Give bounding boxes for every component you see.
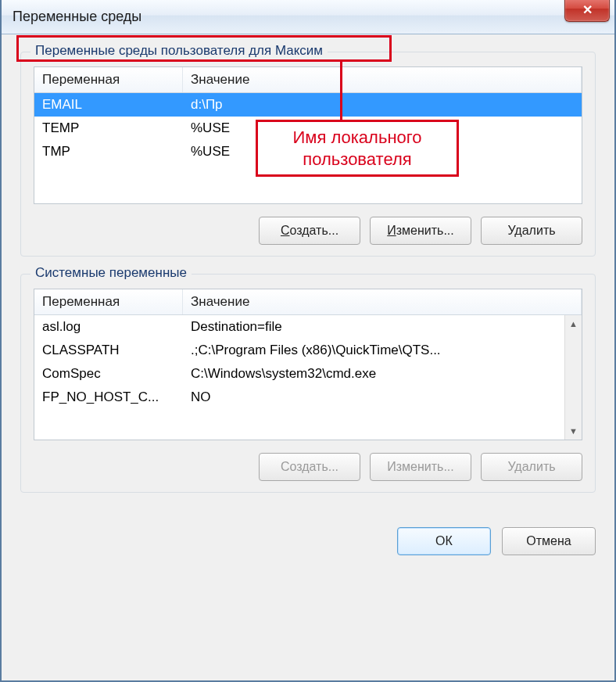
cell-variable: TEMP (34, 117, 183, 140)
edit-button[interactable]: Изменить... (370, 217, 471, 245)
cell-variable: EMAIL (34, 93, 183, 117)
delete-button[interactable]: Удалить (481, 453, 582, 481)
close-button[interactable]: ✕ (564, 0, 610, 22)
user-vars-legend: Переменные среды пользователя для Максим (30, 43, 328, 59)
scroll-down-icon[interactable]: ▼ (567, 424, 581, 438)
cell-variable: FP_NO_HOST_C... (34, 386, 183, 409)
callout-text-1: Имя локального (272, 127, 442, 149)
ok-button[interactable]: ОК (397, 527, 491, 555)
cell-value: d:\Пр (183, 93, 582, 117)
list-row[interactable]: FP_NO_HOST_C... NO (34, 386, 564, 409)
col-header-variable[interactable]: Переменная (34, 289, 183, 314)
col-header-value[interactable]: Значение (183, 67, 582, 92)
list-header[interactable]: Переменная Значение (34, 67, 582, 93)
window-title: Переменные среды (13, 9, 141, 25)
cell-value: Destination=file (183, 315, 564, 339)
env-vars-dialog: Переменные среды ✕ Переменные среды поль… (0, 0, 616, 682)
cell-variable: TMP (34, 140, 183, 163)
titlebar[interactable]: Переменные среды ✕ (2, 0, 614, 34)
annotation-callout: Имя локального пользователя (256, 120, 459, 177)
create-button[interactable]: Создать... (259, 453, 360, 481)
system-vars-group: Системные переменные Переменная Значение… (20, 274, 596, 493)
scrollbar[interactable]: ▲ ▼ (564, 315, 582, 440)
system-vars-list[interactable]: Переменная Значение asl.log Destination=… (34, 289, 582, 440)
list-row[interactable]: asl.log Destination=file (34, 315, 564, 339)
close-icon: ✕ (582, 2, 593, 17)
cell-value: .;C:\Program Files (x86)\QuickTime\QTS..… (183, 339, 564, 362)
user-vars-buttons: Создать... Изменить... Удалить (34, 217, 582, 245)
col-header-variable[interactable]: Переменная (34, 67, 183, 92)
client-area: Переменные среды пользователя для Максим… (2, 34, 614, 524)
annotation-connector (340, 62, 342, 123)
edit-button[interactable]: Изменить... (370, 453, 471, 481)
system-vars-legend: Системные переменные (30, 265, 192, 281)
cell-value: C:\Windows\system32\cmd.exe (183, 362, 564, 386)
cell-variable: CLASSPATH (34, 339, 183, 362)
user-vars-group: Переменные среды пользователя для Максим… (20, 52, 596, 257)
scroll-up-icon[interactable]: ▲ (567, 317, 581, 331)
system-vars-buttons: Создать... Изменить... Удалить (34, 453, 582, 481)
cell-variable: asl.log (34, 315, 183, 339)
list-row[interactable]: ComSpec C:\Windows\system32\cmd.exe (34, 362, 564, 386)
create-button[interactable]: Создать... (259, 217, 360, 245)
list-header[interactable]: Переменная Значение (34, 289, 582, 315)
list-body: asl.log Destination=file CLASSPATH .;C:\… (34, 315, 582, 440)
list-row[interactable]: CLASSPATH .;C:\Program Files (x86)\Quick… (34, 339, 564, 362)
dialog-buttons: ОК Отмена (2, 524, 614, 555)
cell-value: NO (183, 386, 564, 409)
cancel-button[interactable]: Отмена (502, 527, 596, 555)
callout-text-2: пользователя (272, 149, 442, 170)
delete-button[interactable]: Удалить (481, 217, 582, 245)
col-header-value[interactable]: Значение (183, 289, 582, 314)
list-row[interactable]: EMAIL d:\Пр (34, 93, 582, 117)
cell-variable: ComSpec (34, 362, 183, 386)
